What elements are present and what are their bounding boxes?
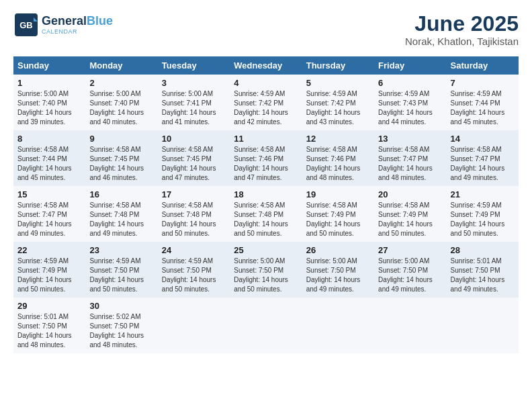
logo: GB GeneralBlue CALENDAR [13,12,113,38]
header-saturday: Saturday [447,56,519,75]
table-row: 27Sunrise: 5:00 AM Sunset: 7:50 PM Dayli… [374,242,446,298]
day-info: Sunrise: 4:58 AM Sunset: 7:49 PM Dayligh… [378,201,442,238]
day-info: Sunrise: 4:59 AM Sunset: 7:42 PM Dayligh… [234,89,298,127]
table-row: 29Sunrise: 5:01 AM Sunset: 7:50 PM Dayli… [13,298,85,353]
table-row: 28Sunrise: 5:01 AM Sunset: 7:50 PM Dayli… [447,242,519,298]
table-row [374,298,446,353]
day-info: Sunrise: 4:58 AM Sunset: 7:47 PM Dayligh… [378,145,442,183]
day-number: 12 [306,134,370,144]
calendar-header-row: Sunday Monday Tuesday Wednesday Thursday… [13,56,519,75]
calendar-week-row: 29Sunrise: 5:01 AM Sunset: 7:50 PM Dayli… [13,298,519,353]
day-info: Sunrise: 5:00 AM Sunset: 7:40 PM Dayligh… [89,89,153,127]
table-row: 5Sunrise: 4:59 AM Sunset: 7:42 PM Daylig… [302,75,374,130]
calendar-table: Sunday Monday Tuesday Wednesday Thursday… [13,56,519,353]
calendar-week-row: 8Sunrise: 4:58 AM Sunset: 7:44 PM Daylig… [13,130,519,186]
day-info: Sunrise: 4:59 AM Sunset: 7:50 PM Dayligh… [89,257,153,294]
table-row: 23Sunrise: 4:59 AM Sunset: 7:50 PM Dayli… [85,242,157,298]
table-row: 6Sunrise: 4:59 AM Sunset: 7:43 PM Daylig… [374,75,446,130]
table-row [230,298,302,353]
day-info: Sunrise: 5:01 AM Sunset: 7:50 PM Dayligh… [451,257,515,294]
day-info: Sunrise: 5:02 AM Sunset: 7:50 PM Dayligh… [89,312,153,350]
logo-text: GeneralBlue [42,15,113,28]
header-sunday: Sunday [13,56,85,75]
header-tuesday: Tuesday [158,56,230,75]
day-number: 23 [89,245,153,255]
day-number: 13 [378,134,442,144]
table-row: 21Sunrise: 4:59 AM Sunset: 7:49 PM Dayli… [447,186,519,242]
table-row [447,298,519,353]
table-row [302,298,374,353]
day-number: 19 [306,189,370,199]
table-row: 9Sunrise: 4:58 AM Sunset: 7:45 PM Daylig… [85,130,157,186]
title-block: June 2025 Norak, Khatlon, Tajikistan [405,12,519,47]
day-number: 21 [451,189,515,199]
day-info: Sunrise: 4:58 AM Sunset: 7:48 PM Dayligh… [89,201,153,238]
table-row: 14Sunrise: 4:58 AM Sunset: 7:47 PM Dayli… [447,130,519,186]
table-row: 26Sunrise: 5:00 AM Sunset: 7:50 PM Dayli… [302,242,374,298]
page-header: GB GeneralBlue CALENDAR June 2025 Norak,… [13,12,519,47]
svg-text:GB: GB [19,20,33,30]
day-number: 6 [378,78,442,88]
day-number: 18 [234,189,298,199]
day-number: 24 [162,245,226,255]
day-info: Sunrise: 4:58 AM Sunset: 7:46 PM Dayligh… [306,145,370,183]
header-friday: Friday [374,56,446,75]
day-number: 28 [451,245,515,255]
table-row: 12Sunrise: 4:58 AM Sunset: 7:46 PM Dayli… [302,130,374,186]
day-number: 15 [17,189,81,199]
table-row: 30Sunrise: 5:02 AM Sunset: 7:50 PM Dayli… [85,298,157,353]
day-number: 22 [17,245,81,255]
day-number: 11 [234,134,298,144]
calendar-week-row: 22Sunrise: 4:59 AM Sunset: 7:49 PM Dayli… [13,242,519,298]
table-row: 11Sunrise: 4:58 AM Sunset: 7:46 PM Dayli… [230,130,302,186]
day-number: 8 [17,134,81,144]
table-row: 18Sunrise: 4:58 AM Sunset: 7:48 PM Dayli… [230,186,302,242]
day-number: 14 [451,134,515,144]
day-number: 3 [162,78,226,88]
day-info: Sunrise: 4:59 AM Sunset: 7:49 PM Dayligh… [17,257,81,294]
day-info: Sunrise: 4:59 AM Sunset: 7:44 PM Dayligh… [451,89,515,127]
page-subtitle: Norak, Khatlon, Tajikistan [405,36,519,47]
day-number: 1 [17,78,81,88]
day-number: 29 [17,301,81,311]
day-info: Sunrise: 5:00 AM Sunset: 7:50 PM Dayligh… [378,257,442,294]
table-row [158,298,230,353]
day-number: 4 [234,78,298,88]
day-info: Sunrise: 4:59 AM Sunset: 7:50 PM Dayligh… [162,257,226,294]
logo-tagline: CALENDAR [42,28,113,35]
table-row: 8Sunrise: 4:58 AM Sunset: 7:44 PM Daylig… [13,130,85,186]
day-info: Sunrise: 5:00 AM Sunset: 7:41 PM Dayligh… [162,89,226,127]
table-row: 24Sunrise: 4:59 AM Sunset: 7:50 PM Dayli… [158,242,230,298]
day-info: Sunrise: 5:00 AM Sunset: 7:50 PM Dayligh… [234,257,298,294]
day-info: Sunrise: 4:58 AM Sunset: 7:48 PM Dayligh… [234,201,298,238]
day-info: Sunrise: 4:58 AM Sunset: 7:44 PM Dayligh… [17,145,81,183]
calendar-week-row: 15Sunrise: 4:58 AM Sunset: 7:47 PM Dayli… [13,186,519,242]
day-number: 2 [89,78,153,88]
calendar-week-row: 1Sunrise: 5:00 AM Sunset: 7:40 PM Daylig… [13,75,519,130]
day-info: Sunrise: 4:58 AM Sunset: 7:46 PM Dayligh… [234,145,298,183]
day-info: Sunrise: 4:58 AM Sunset: 7:49 PM Dayligh… [306,201,370,238]
table-row: 13Sunrise: 4:58 AM Sunset: 7:47 PM Dayli… [374,130,446,186]
day-number: 10 [162,134,226,144]
table-row: 19Sunrise: 4:58 AM Sunset: 7:49 PM Dayli… [302,186,374,242]
table-row: 15Sunrise: 4:58 AM Sunset: 7:47 PM Dayli… [13,186,85,242]
table-row: 22Sunrise: 4:59 AM Sunset: 7:49 PM Dayli… [13,242,85,298]
table-row: 2Sunrise: 5:00 AM Sunset: 7:40 PM Daylig… [85,75,157,130]
table-row: 20Sunrise: 4:58 AM Sunset: 7:49 PM Dayli… [374,186,446,242]
day-info: Sunrise: 4:58 AM Sunset: 7:48 PM Dayligh… [162,201,226,238]
day-info: Sunrise: 4:58 AM Sunset: 7:45 PM Dayligh… [89,145,153,183]
day-info: Sunrise: 5:00 AM Sunset: 7:50 PM Dayligh… [306,257,370,294]
day-info: Sunrise: 5:01 AM Sunset: 7:50 PM Dayligh… [17,312,81,350]
day-info: Sunrise: 4:58 AM Sunset: 7:47 PM Dayligh… [17,201,81,238]
table-row: 1Sunrise: 5:00 AM Sunset: 7:40 PM Daylig… [13,75,85,130]
table-row: 3Sunrise: 5:00 AM Sunset: 7:41 PM Daylig… [158,75,230,130]
header-monday: Monday [85,56,157,75]
day-number: 7 [451,78,515,88]
table-row: 16Sunrise: 4:58 AM Sunset: 7:48 PM Dayli… [85,186,157,242]
table-row: 10Sunrise: 4:58 AM Sunset: 7:45 PM Dayli… [158,130,230,186]
day-number: 30 [89,301,153,311]
day-number: 25 [234,245,298,255]
day-number: 26 [306,245,370,255]
table-row: 25Sunrise: 5:00 AM Sunset: 7:50 PM Dayli… [230,242,302,298]
day-info: Sunrise: 4:58 AM Sunset: 7:47 PM Dayligh… [451,145,515,183]
